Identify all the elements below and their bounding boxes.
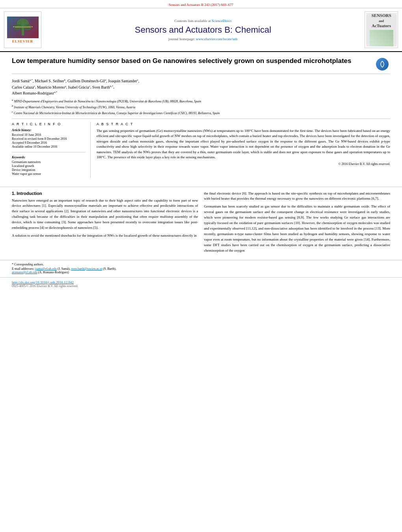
affiliation-b: b Institute of Materials Chemistry, Vien… [12,104,390,109]
abstract-text: The gas sensing properties of germanium … [97,128,390,160]
keywords-title: Keywords: [12,156,86,159]
email1-link[interactable]: jsama@el.ub.edu [35,267,57,271]
email2-link[interactable]: sven.barth@tuwien.ac.at [71,267,102,271]
authors-section: Jordi Samàa,*, Michael S. Seifnerb, Guil… [12,78,390,96]
body-content: 1. Introduction Nanowires have emerged a… [0,191,402,256]
contents-label: Contents lists available at [175,19,211,23]
elsevier-tree-icon [11,19,35,36]
crossmark-badge [376,58,389,70]
affiliation-c: c Centre Nacional de Microelectrònica-In… [12,110,390,115]
elsevier-logo-image [7,17,39,38]
intro-number: 1. [12,191,15,196]
issn-line: 0925-4005/© 2016 Elsevier B.V. All right… [12,284,390,288]
article-info-abstract-columns: A R T I C L E I N F O Article history: R… [12,119,390,178]
history-accepted: Accepted 9 December 2016 [12,141,86,145]
intro-title: Introduction [17,191,42,196]
homepage-label: journal homepage: [169,37,195,41]
keywords-section: Keywords: Germanium nanowires Localized … [12,156,86,176]
body-right-paragraph1: the final electronic device [6]. The app… [204,191,391,202]
sciencedirect-link[interactable]: ScienceDirect [212,19,231,23]
homepage-link[interactable]: www.elsevier.com/locate/snb [196,37,237,41]
top-bar: Sensors and Actuators B 243 (2017) 669–6… [0,0,402,8]
author2-name: Michael S. Seifnerb [35,79,65,83]
sensors-actuators-text: SENSORSandAcTuators [371,13,391,29]
journal-title: Sensors and Actuators B: Chemical [45,25,361,35]
intro-heading: 1. Introduction [12,191,198,196]
doi-area: http://dx.doi.org/10.1016/j.snb.2016.12.… [0,277,402,289]
article-area: Low temperature humidity sensor based on… [0,52,402,183]
keyword-3: Device integration [12,168,86,172]
copyright-line: © 2016 Elsevier B.V. All rights reserved… [97,162,390,166]
contents-line: Contents lists available at ScienceDirec… [45,19,361,23]
sensors-logo: SENSORSandAcTuators [365,11,398,48]
section-divider [0,187,402,187]
sensors-logo-image [370,30,393,46]
homepage-line: journal homepage: www.elsevier.com/locat… [45,37,361,41]
author3-name: Guillem Domènech-Gila [67,79,106,83]
journal-reference: Sensors and Actuators B 243 (2017) 669–6… [169,3,233,7]
svg-rect-5 [15,26,31,28]
email1-author: (J. Samà), [58,267,71,271]
author5-name: Carlos Calazac [12,85,35,89]
email2-author: (S. Barth), [103,267,116,271]
affiliations: a MIND-Departament d'Enginyeries and Ins… [12,98,390,115]
body-right-column: the final electronic device [6]. The app… [204,191,391,256]
journal-header: ELSEVIER Contents lists available at Sci… [0,8,402,52]
title-section: Low temperature humidity sensor based on… [12,57,390,74]
author8-name: Sven Barthb,* [92,85,113,89]
email3-link[interactable]: aromano@el.ub.edu [12,271,37,274]
keyword-1: Germanium nanowires [12,160,86,164]
author6-name: Mauricio Morenoa [37,85,66,89]
author1-name: Jordi Samàa,* [12,79,33,83]
sensors-logo-inner: SENSORSandAcTuators [366,13,397,46]
email-label: E-mail addresses: [12,267,34,271]
email-addresses-note: E-mail addresses: jsama@el.ub.edu (J. Sa… [12,267,390,274]
body-right-paragraph2: Germanium has been scarcely studied as g… [204,204,391,253]
affiliation-a: a MIND-Departament d'Enginyeries and Ins… [12,98,390,104]
article-info-column: A R T I C L E I N F O Article history: R… [12,122,91,178]
author9-name: Albert Romano-Rodrígueza,* [12,91,57,95]
doi-link[interactable]: http://dx.doi.org/10.1016/j.snb.2016.12.… [12,280,74,284]
abstract-column: A B S T R A C T The gas sensing properti… [97,122,390,178]
footnotes-area: * Corresponding authors. E-mail addresse… [0,260,402,277]
email3-author: (A. Romano-Rodríguez) [38,271,69,274]
author7-name: Isabel Gràciac [68,85,90,89]
author4-name: Joaquín Santanderc [108,79,138,83]
intro-paragraph2: A solution to avoid the mentioned drawba… [12,233,198,239]
history-title: Article history: [12,128,86,132]
keyword-4: Water vapor gas sensor [12,172,86,176]
keyword-2: Localized growth [12,164,86,168]
abstract-heading: A B S T R A C T [97,122,390,126]
page: Sensors and Actuators B 243 (2017) 669–6… [0,0,402,289]
body-left-column: 1. Introduction Nanowires have emerged a… [12,191,198,256]
thermal-word: thermal [255,196,266,200]
article-info-heading: A R T I C L E I N F O [12,122,86,126]
article-history: Article history: Received 10 June 2016 R… [12,128,86,152]
history-online: Available online 10 December 2016 [12,145,86,148]
intro-paragraph1: Nanowires have emerged as an important t… [12,198,198,231]
elsevier-name: ELSEVIER [12,39,34,43]
crossmark-container [374,57,390,70]
elsevier-logo: ELSEVIER [4,11,41,48]
crossmark-icon [378,60,386,68]
article-title: Low temperature humidity sensor based on… [12,57,370,65]
corresponding-authors-note: * Corresponding authors. [12,263,390,266]
journal-center: Contents lists available at ScienceDirec… [45,11,361,48]
history-revised: Received in revised form 8 December 2016 [12,137,86,141]
history-received: Received 10 June 2016 [12,133,86,137]
